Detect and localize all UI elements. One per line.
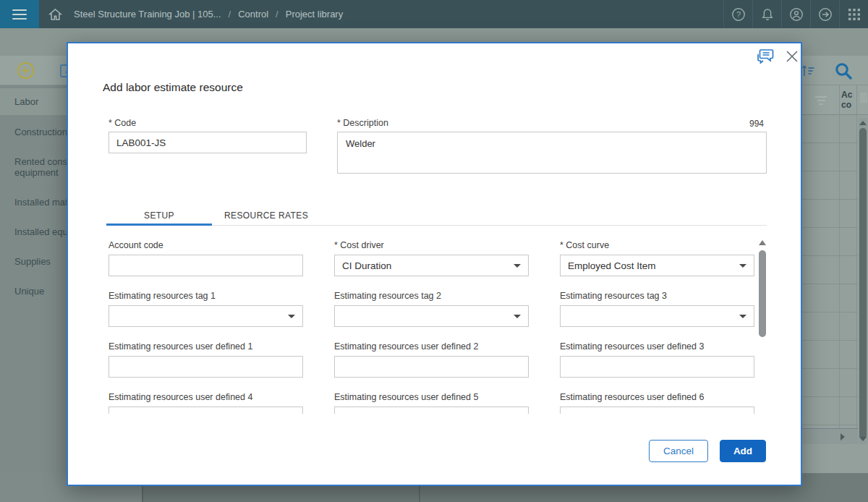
- est-tag-3-label: Estimating resources tag 3: [560, 291, 754, 301]
- filter-icon: [814, 94, 828, 107]
- description-textarea[interactable]: Welder: [337, 132, 767, 174]
- cost-driver-select[interactable]: CI Duration: [334, 255, 529, 276]
- est-ud-4-label: Estimating resources user defined 4: [109, 392, 303, 402]
- search-icon: [833, 61, 854, 81]
- cost-curve-label: * Cost curve: [560, 240, 754, 250]
- main-menu-button[interactable]: [0, 0, 39, 28]
- chevron-down-icon: [514, 315, 521, 318]
- est-ud-4-input[interactable]: [109, 407, 303, 414]
- breadcrumb-project[interactable]: Steel Structure Training Job | 105...: [74, 9, 221, 20]
- est-ud-1-input[interactable]: [109, 356, 303, 378]
- breadcrumb-page[interactable]: Project library: [286, 9, 343, 20]
- close-dialog-button[interactable]: [783, 48, 801, 65]
- est-tag-1-select[interactable]: [109, 305, 303, 327]
- grid-vertical-scrollbar[interactable]: [859, 118, 867, 444]
- scroll-down-icon[interactable]: [859, 437, 867, 441]
- cost-curve-select[interactable]: Employed Cost Item: [560, 255, 754, 276]
- est-tag-2-label: Estimating resources tag 2: [334, 291, 529, 301]
- dialog-tabs: SETUP RESOURCE RATES: [106, 205, 767, 226]
- hamburger-icon: [12, 7, 27, 22]
- est-ud-2-input[interactable]: [334, 356, 529, 378]
- close-icon: [785, 49, 799, 64]
- est-ud-3-input[interactable]: [560, 356, 754, 378]
- chevron-down-icon: [514, 264, 521, 268]
- cancel-button[interactable]: Cancel: [649, 440, 708, 462]
- app-switcher-button[interactable]: [839, 0, 868, 28]
- chevron-down-icon: [288, 315, 295, 318]
- add-resource-button[interactable]: [14, 56, 36, 85]
- dialog-title: Add labor estimate resource: [103, 81, 243, 94]
- breadcrumb: Steel Structure Training Job | 105... / …: [74, 9, 343, 20]
- add-button[interactable]: Add: [720, 440, 766, 462]
- notifications-icon: [760, 7, 775, 22]
- code-label: * Code: [109, 118, 136, 128]
- add-labor-estimate-resource-dialog: Add labor estimate resource * Code LAB00…: [67, 42, 802, 486]
- home-button[interactable]: [39, 8, 71, 21]
- profile-button[interactable]: [781, 0, 810, 28]
- add-circle-icon: [17, 61, 35, 80]
- description-label: * Description: [337, 118, 388, 128]
- est-ud-6-input[interactable]: [560, 407, 754, 414]
- search-button[interactable]: [830, 56, 856, 85]
- scroll-right-icon[interactable]: [841, 433, 845, 441]
- notifications-button[interactable]: [752, 0, 781, 28]
- account-code-input[interactable]: [109, 255, 303, 276]
- home-icon: [48, 8, 62, 21]
- grid-vscroll-thumb[interactable]: [859, 128, 867, 439]
- grid-column-header-account-code[interactable]: Ac co: [841, 90, 861, 110]
- discussion-button[interactable]: [757, 48, 774, 65]
- dialog-form-scrollbar[interactable]: [758, 240, 767, 454]
- code-input[interactable]: LAB001-JS: [109, 132, 307, 153]
- est-tag-1-label: Estimating resources tag 1: [109, 291, 303, 301]
- help-icon: ?: [731, 7, 746, 22]
- tab-resource-rates[interactable]: RESOURCE RATES: [212, 205, 320, 225]
- help-button[interactable]: ?: [723, 0, 752, 28]
- cost-driver-label: * Cost driver: [334, 240, 529, 250]
- est-ud-6-label: Estimating resources user defined 6: [560, 392, 754, 402]
- application-window: Steel Structure Training Job | 105... / …: [0, 0, 868, 502]
- tab-setup[interactable]: SETUP: [106, 205, 212, 225]
- top-navigation-bar: Steel Structure Training Job | 105... / …: [0, 0, 868, 28]
- sign-out-icon: [818, 7, 833, 22]
- svg-text:?: ?: [736, 10, 740, 19]
- scroll-up-icon[interactable]: [859, 121, 867, 125]
- est-ud-5-input[interactable]: [334, 407, 529, 414]
- scroll-up-icon[interactable]: [759, 240, 766, 245]
- breadcrumb-section[interactable]: Control: [238, 9, 268, 20]
- discussion-icon: [757, 48, 774, 64]
- profile-icon: [789, 7, 804, 22]
- chevron-down-icon: [739, 315, 746, 318]
- est-tag-2-select[interactable]: [334, 305, 529, 327]
- chevron-down-icon: [739, 264, 746, 268]
- app-switcher-icon: [848, 8, 861, 21]
- setup-form-scroll-area: Account code * Cost driver CI Duration *…: [68, 236, 804, 414]
- dialog-scroll-thumb[interactable]: [759, 250, 766, 337]
- est-ud-1-label: Estimating resources user defined 1: [109, 341, 303, 352]
- account-code-label: Account code: [109, 240, 303, 250]
- est-ud-5-label: Estimating resources user defined 5: [334, 392, 529, 402]
- est-ud-2-label: Estimating resources user defined 2: [334, 341, 529, 352]
- character-counter: 994: [749, 119, 764, 129]
- est-tag-3-select[interactable]: [560, 305, 754, 327]
- sign-out-button[interactable]: [810, 0, 839, 28]
- est-ud-3-label: Estimating resources user defined 3: [560, 341, 754, 352]
- column-resize-icon: [860, 93, 867, 103]
